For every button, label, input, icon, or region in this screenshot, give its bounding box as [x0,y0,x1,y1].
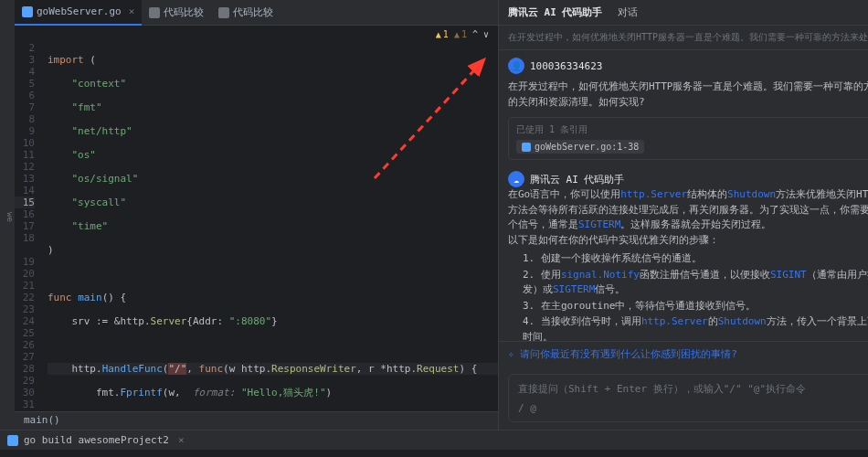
breadcrumb[interactable]: main() [15,411,498,430]
message-list: 👤100036334623 在开发过程中，如何优雅地关闭HTTP服务器一直是个难… [499,50,868,341]
chat-tab[interactable]: 对话 [618,5,638,19]
inspection-bar: ▲1 ▲1 ^ ∨ [15,26,498,42]
build-status[interactable]: go build awesomeProject2 [24,434,169,446]
history-bar[interactable]: 在开发过程中，如何优雅地关闭HTTP服务器一直是个难题。我们需要一种可靠的方法来… [499,26,868,50]
editor-tabs: goWebServer.go× 代码比较 代码比较 [15,0,498,26]
reference-chip[interactable]: goWebServer.go:1-38 [516,140,644,154]
ai-avatar: ☁ [508,171,524,187]
diff-icon [218,7,229,18]
line-gutter: 2345678910111213141516171819202122232425… [15,42,40,411]
tab-diff-2[interactable]: 代码比较 [211,0,281,26]
tab-gowebserver[interactable]: goWebServer.go× [15,0,142,26]
suggestion-row[interactable]: ✧ 请问你最近有没有遇到什么让你感到困扰的事情? [499,341,868,367]
diff-icon [149,7,160,18]
chat-header: 腾讯云 AI 代码助手 对话 ? ⎘ ⋮ — [499,0,868,26]
steps-list: 1. 创建一个接收操作系统信号的通道。 2. 使用signal.Notify函数… [508,251,868,341]
status-bar: go build awesomeProject2 × [0,430,868,450]
editor-pane: goWebServer.go× 代码比较 代码比较 ▲1 ▲1 ^ ∨ 2345… [15,0,499,430]
sep: ^ [472,29,478,39]
ai-message: ☁腾讯云 AI 代码助手 👍 👎 在Go语言中，你可以使用http.Server… [508,171,868,341]
reference-box: 已使用 1 条引用 goWebServer.go:1-38 [508,117,868,160]
close-icon[interactable]: × [178,434,185,446]
warning-badge[interactable]: ▲1 [436,29,449,39]
user-avatar: 👤 [508,58,524,74]
user-message: 👤100036334623 在开发过程中，如何优雅地关闭HTTP服务器一直是个难… [508,58,868,160]
go-icon [7,435,18,446]
go-file-icon [22,6,33,17]
we-label: we [5,212,15,222]
chat-pane: 腾讯云 AI 代码助手 对话 ? ⎘ ⋮ — 在开发过程中，如何优雅地关闭HTT… [499,0,868,430]
code-area[interactable]: 2345678910111213141516171819202122232425… [15,42,498,411]
code-content[interactable]: import ( "context" "fmt" "net/http" "os"… [40,42,498,411]
chat-title: 腾讯云 AI 代码助手 [508,5,603,19]
lamp-icon: ✧ [508,348,514,360]
close-icon[interactable]: × [129,5,135,17]
chevron-down-icon[interactable]: ∨ [483,29,489,39]
weak-warning-badge[interactable]: ▲1 [454,29,467,39]
tab-diff-1[interactable]: 代码比较 [142,0,211,26]
chat-input[interactable]: 直接提问（Shift + Enter 换行），或输入"/" "@"执行命令 / … [508,374,868,422]
go-file-icon [522,143,531,152]
left-tool-strip: we 3 结构 差异 [0,0,15,430]
